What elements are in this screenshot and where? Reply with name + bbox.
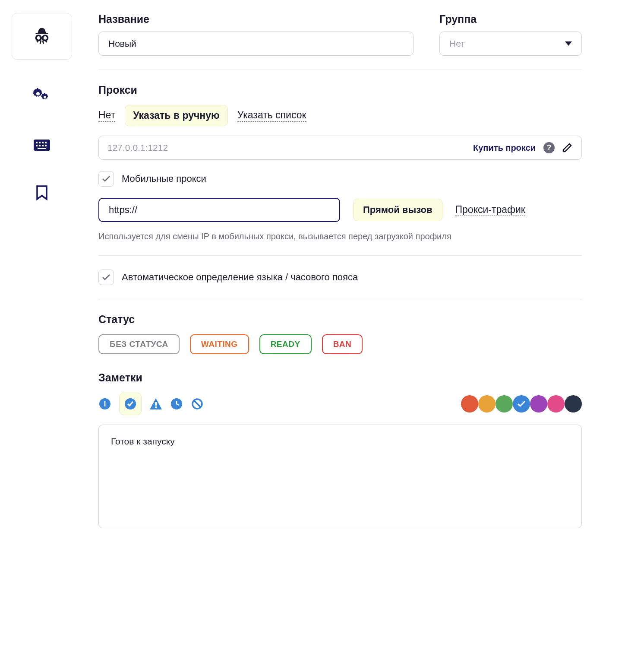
svg-text:i: i [104, 400, 106, 408]
svg-rect-10 [39, 145, 41, 146]
name-label: Название [98, 13, 414, 25]
svg-rect-9 [36, 145, 38, 146]
auto-tz-checkbox[interactable] [98, 270, 114, 285]
color-dots [462, 395, 582, 412]
notes-section-title: Заметки [98, 371, 582, 384]
proxy-input-row: Купить прокси ? [98, 136, 582, 160]
proxy-tab-manual[interactable]: Указать в ручную [125, 105, 227, 126]
status-section-title: Статус [98, 313, 582, 326]
group-field-group: Группа Нет [439, 13, 582, 56]
svg-point-3 [44, 96, 46, 98]
edit-icon[interactable] [562, 142, 573, 153]
svg-rect-20 [155, 406, 157, 408]
sidebar-nav [31, 88, 53, 201]
svg-rect-5 [36, 142, 38, 143]
keyboard-icon [34, 140, 50, 151]
check-icon [102, 274, 110, 281]
svg-rect-7 [42, 142, 44, 143]
divider [98, 70, 582, 70]
divider [98, 255, 582, 256]
divider [98, 299, 582, 299]
bookmark-icon [36, 185, 48, 201]
mobile-proxy-row: Мобильные прокси [98, 171, 582, 187]
auto-tz-label: Автоматическое определение языка / часов… [122, 272, 358, 283]
svg-point-2 [36, 92, 40, 95]
color-dot-2[interactable] [496, 395, 513, 412]
proxy-tab-list[interactable]: Указать список [237, 109, 306, 122]
svg-rect-19 [155, 402, 157, 406]
notes-textarea[interactable] [98, 425, 582, 528]
status-row: БЕЗ СТАТУСА WAITING READY BAN [98, 334, 582, 354]
svg-rect-12 [45, 145, 47, 146]
svg-rect-13 [38, 148, 46, 149]
main-content: Название Группа Нет Прокси Нет Указать в… [74, 0, 592, 660]
note-ban-icon[interactable] [191, 397, 204, 410]
status-none-chip[interactable]: БЕЗ СТАТУСА [98, 334, 180, 354]
url-input[interactable] [98, 198, 340, 222]
color-dot-6[interactable] [565, 395, 582, 412]
note-type-icons: i [98, 393, 204, 415]
mobile-proxy-checkbox[interactable] [98, 171, 114, 187]
svg-point-1 [43, 35, 48, 40]
gears-icon [31, 88, 53, 105]
svg-rect-6 [39, 142, 41, 143]
help-icon[interactable]: ? [543, 142, 555, 153]
status-ban-chip[interactable]: BAN [322, 334, 363, 354]
proxy-section-title: Прокси [98, 84, 582, 96]
sidebar-item-bookmark[interactable] [36, 185, 48, 201]
check-icon [102, 175, 110, 182]
note-check-icon[interactable] [119, 393, 142, 415]
color-dot-4[interactable] [530, 395, 547, 412]
color-dot-5[interactable] [547, 395, 565, 412]
group-select[interactable]: Нет [439, 32, 582, 56]
proxy-tab-none[interactable]: Нет [98, 109, 115, 122]
status-waiting-chip[interactable]: WAITING [190, 334, 249, 354]
note-info-icon[interactable]: i [98, 397, 111, 410]
name-input[interactable] [98, 32, 414, 56]
sidebar-item-keyboard[interactable] [34, 140, 50, 151]
check-icon [517, 400, 526, 407]
svg-text:?: ? [547, 143, 552, 152]
chevron-down-icon [565, 41, 572, 46]
color-dot-3[interactable] [513, 395, 530, 412]
proxy-hint: Используется для смены IP в мобильных пр… [98, 232, 582, 241]
svg-rect-8 [45, 142, 47, 143]
notes-toolbar: i [98, 393, 582, 415]
incognito-icon [32, 26, 52, 46]
sidebar-logo[interactable] [12, 13, 72, 60]
group-select-value: Нет [449, 38, 465, 49]
sidebar [0, 0, 74, 660]
svg-rect-11 [42, 145, 44, 146]
direct-call-button[interactable]: Прямой вызов [353, 199, 442, 221]
status-ready-chip[interactable]: READY [259, 334, 312, 354]
note-warning-icon[interactable] [149, 397, 162, 410]
proxy-input[interactable] [107, 143, 473, 153]
color-dot-1[interactable] [478, 395, 496, 412]
proxy-tabs: Нет Указать в ручную Указать список [98, 105, 582, 126]
group-label: Группа [439, 13, 582, 25]
auto-tz-row: Автоматическое определение языка / часов… [98, 270, 582, 285]
name-field-group: Название [98, 13, 414, 56]
color-dot-0[interactable] [461, 395, 478, 412]
buy-proxy-link[interactable]: Купить прокси [473, 143, 536, 153]
url-row: Прямой вызов Прокси-трафик [98, 198, 582, 222]
sidebar-item-settings[interactable] [31, 88, 53, 105]
mobile-proxy-label: Мобильные прокси [122, 173, 206, 184]
svg-point-0 [36, 35, 41, 40]
proxy-traffic-link[interactable]: Прокси-трафик [455, 204, 525, 216]
note-clock-icon[interactable] [170, 397, 183, 410]
